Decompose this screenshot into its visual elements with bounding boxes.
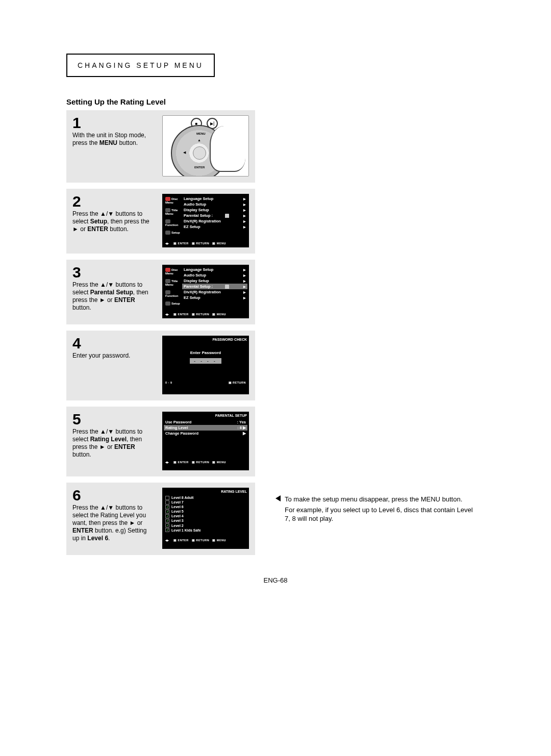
- osd-parental-list: Use Password: YesRating Level: 8 ▶Change…: [165, 419, 246, 436]
- chapter-heading-box: CHANGING SETUP MENU: [66, 54, 215, 77]
- dpad-left-icon: ◀: [183, 150, 186, 155]
- step-text: Press the ▲/▼ buttons to select Rating L…: [72, 428, 153, 459]
- section-title: Setting Up the Rating Level: [66, 97, 485, 106]
- dpad-center: [193, 146, 206, 160]
- step-text: With the unit in Stop mode, press the ME…: [72, 132, 153, 147]
- step-text: Press the ▲/▼ buttons to select the Rati…: [72, 504, 153, 542]
- notes-column: To make the setup menu disappear, press …: [276, 110, 474, 561]
- password-field: - - - -: [190, 358, 221, 364]
- step-number: 6: [72, 488, 153, 503]
- step-6: 6 Press the ▲/▼ buttons to select the Ra…: [66, 483, 255, 555]
- step-number: 5: [72, 412, 153, 427]
- note-bullet-icon: [276, 495, 281, 501]
- osd-footer: ▣ ENTER▣ RETURN▣ MENU: [165, 536, 246, 542]
- step-3: 3 Press the ▲/▼ buttons to select Parent…: [66, 260, 255, 324]
- osd-footer-right: ▣ RETURN: [229, 381, 246, 384]
- osd-title: PARENTAL SETUP: [165, 414, 247, 417]
- osd-main-list: Language SetupAudio SetupDisplay SetupPa…: [184, 267, 246, 300]
- step-number: 3: [72, 265, 153, 280]
- osd-footer-left: 0 - 9: [165, 381, 172, 384]
- step-number: 4: [72, 336, 153, 351]
- step-number: 1: [72, 115, 153, 131]
- osd-footer: ▣ ENTER▣ RETURN▣ MENU: [165, 458, 246, 464]
- osd-rating-level: RATING LEVEL Level 8 AdultLevel 7Level 6…: [162, 488, 249, 549]
- step-2: 2 Press the ▲/▼ buttons to select Setup,…: [66, 189, 255, 254]
- osd-footer: ▣ ENTER▣ RETURN▣ MENU: [165, 310, 246, 316]
- step-1: 1 With the unit in Stop mode, press the …: [66, 110, 255, 183]
- osd-footer: ▣ ENTER▣ RETURN▣ MENU: [165, 239, 246, 245]
- remote-control-illustration: ■ ▶ǀ ǀ◀◀ MENU ▲ ◀ ENTER: [162, 115, 249, 177]
- page-number: ENG-68: [66, 576, 485, 584]
- step-text: Press the ▲/▼ buttons to select Setup, t…: [72, 210, 153, 233]
- osd-password-check: PASSWORD CHECK Enter Password - - - - 0 …: [162, 336, 249, 394]
- step-number: 2: [72, 194, 153, 209]
- note-line-1: To make the setup menu disappear, press …: [285, 495, 474, 504]
- osd-main-list: Language SetupAudio SetupDisplay SetupPa…: [184, 196, 246, 230]
- step-5: 5 Press the ▲/▼ buttons to select Rating…: [66, 407, 255, 476]
- enter-label: ENTER: [194, 166, 205, 169]
- rating-level-list: Level 8 AdultLevel 7Level 6Level 5Level …: [165, 495, 246, 533]
- password-prompt: Enter Password: [165, 350, 246, 355]
- menu-label: MENU: [196, 132, 206, 135]
- osd-sidebar: Disc MenuTitle MenuFunctionSetup: [165, 196, 182, 239]
- osd-sidebar: Disc MenuTitle MenuFunctionSetup: [165, 267, 182, 310]
- chapter-title: CHANGING SETUP MENU: [78, 61, 204, 69]
- osd-setup-menu: Disc MenuTitle MenuFunctionSetup Languag…: [162, 194, 249, 247]
- note-line-2: For example, if you select up to Level 6…: [285, 506, 474, 523]
- dpad-up-icon: ▲: [197, 138, 201, 142]
- step-text: Press the ▲/▼ buttons to select Parental…: [72, 281, 153, 312]
- osd-title: PASSWORD CHECK: [165, 338, 247, 341]
- hand-illustration: [210, 126, 245, 172]
- step-4: 4 Enter your password. PASSWORD CHECK En…: [66, 331, 255, 400]
- step-text: Enter your password.: [72, 352, 153, 360]
- osd-parental-setup: PARENTAL SETUP Use Password: YesRating L…: [162, 412, 249, 470]
- osd-setup-menu-parental-hl: Disc MenuTitle MenuFunctionSetup Languag…: [162, 265, 249, 318]
- osd-title: RATING LEVEL: [165, 490, 247, 493]
